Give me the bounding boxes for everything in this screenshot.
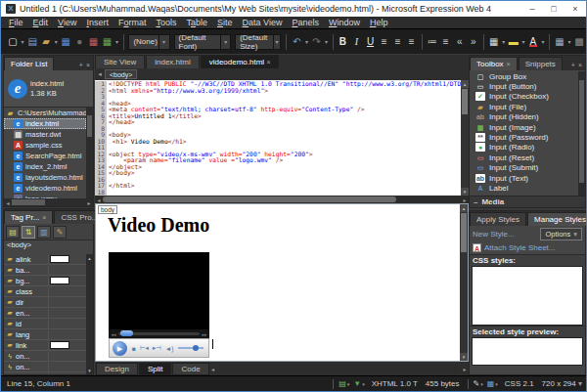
file-videodemo-html[interactable]: evideodemo.html [4,183,86,194]
menu-edit[interactable]: Edit [28,17,54,28]
table-icon[interactable]: ▦ [488,35,500,49]
pin-icon[interactable]: + [79,62,83,68]
code-errors-icon[interactable]: ✎ [474,379,480,388]
numbered-list-icon[interactable]: ≔ [427,35,438,49]
dropdown-icon[interactable]: ▾ [362,381,365,387]
toolbox-item-input-image[interactable]: ▦Input (Image) [470,122,578,132]
toolbox-item-input-password[interactable]: **Input (Password) [470,132,578,142]
bullet-list-icon[interactable]: ≡ [440,35,452,49]
attach-stylesheet-link[interactable]: Attach Style Sheet... [484,243,555,252]
code-hscrollbar[interactable]: ◂ ▸ [95,196,469,203]
panel-close-icon[interactable]: × [578,62,582,68]
toolbox-section-media[interactable]: – Media [470,196,585,207]
bold-icon[interactable]: B [337,35,348,49]
property-row-dir[interactable]: ▰dir [4,297,86,308]
align-right-icon[interactable]: ≡ [406,35,418,49]
publish-icon[interactable]: ▦ [87,35,99,49]
property-value[interactable] [49,286,86,296]
minimize-icon[interactable]: – [521,4,543,14]
tab-videodemo-html[interactable]: videodemo.html × [201,55,280,68]
play-button[interactable]: ▶ [113,341,127,356]
insert-picture-icon[interactable]: ▦ [101,35,113,49]
scroll-left-icon[interactable]: ◂ [4,199,12,206]
highlight-icon[interactable]: ▬ [508,35,519,49]
panel-close-icon[interactable]: × [86,62,90,68]
property-value[interactable] [49,351,86,361]
scroll-right-icon[interactable]: ▸ [461,366,469,372]
tab-manage-styles[interactable]: Manage Styles× [527,212,587,226]
file-sample-css[interactable]: Asample.css [4,140,86,151]
new-page-icon[interactable]: ▤ [26,35,38,49]
font-dropdown-arrow-icon[interactable]: ▾ [220,35,230,49]
open-folder-icon[interactable]: ▰ [40,35,52,49]
file-layoutsdemo-html[interactable]: elayoutsdemo.html [4,172,86,183]
scroll-right-icon[interactable]: ▸ [461,196,469,203]
italic-icon[interactable]: I [350,35,362,49]
toolbox-item-input-button[interactable]: ▭Input (Button) [470,81,578,91]
size-dropdown-arrow-icon[interactable]: ▾ [273,35,281,49]
undo-icon[interactable]: ↶ [291,35,302,49]
download-icon[interactable]: ▼ [353,379,361,388]
property-row-on[interactable]: ϟon... [4,372,86,374]
design-vscrollbar[interactable]: ▴ ▾ [460,204,468,361]
body-tag-chip[interactable]: body [98,205,117,214]
file-index_2-html[interactable]: eindex_2.html [4,161,86,172]
borders-icon[interactable]: ▦ [554,35,565,49]
toolbox-item-input-submit[interactable]: ▭Input (Submit) [470,163,578,173]
new-style-link[interactable]: New Style... [473,230,515,239]
scroll-left-icon[interactable]: ◂ [95,196,103,203]
menu-panels[interactable]: Panels [287,17,324,28]
save-icon[interactable]: ▦ [60,35,71,49]
property-value[interactable] [49,308,86,318]
menu-site[interactable]: Site [212,17,238,28]
dropdown-icon[interactable]: ▾ [480,381,483,387]
categorized-icon[interactable]: ▤ [6,226,20,239]
property-row-class[interactable]: ▰class [4,286,86,297]
file-index-html[interactable]: eindex.html [4,118,86,129]
menu-table[interactable]: Table [181,17,212,28]
style-dropdown[interactable]: (None) ▾ [128,34,169,50]
menu-view[interactable]: View [53,17,81,28]
menu-data-view[interactable]: Data View [238,17,288,28]
property-row-bg[interactable]: ▰bg... [4,276,86,286]
design-hscrollbar[interactable] [219,365,459,372]
property-row-on[interactable]: ϟon... [4,362,86,372]
maximize-icon[interactable]: □ [543,4,564,14]
toolbox-item-input-file[interactable]: ▰Input (File) [470,102,578,111]
publish-status-icon[interactable]: ▤ [339,379,346,388]
style-dropdown-arrow-icon[interactable]: ▾ [158,35,169,49]
new-document-icon[interactable]: ▢ [7,35,19,49]
insert-picture-dropdown-icon[interactable]: ▾ [114,38,120,45]
borders-dropdown-icon[interactable]: ▾ [566,38,572,45]
indent-icon[interactable]: » [468,35,479,49]
toolbox-item-input-hidden[interactable]: abInput (Hidden) [470,112,578,122]
code-vscrollbar[interactable]: ▴ ▾ [461,80,469,196]
menu-help[interactable]: Help [365,17,393,28]
redo-dropdown-icon[interactable]: ▾ [324,38,330,45]
css-schema-indicator[interactable]: CSS 2.1 [505,379,534,388]
code-view[interactable]: 1<!DOCTYPE html PUBLIC "-//W3C//DTD XHTM… [95,80,469,196]
folder-list-hscrollbar[interactable]: ◂ ▸ [4,198,93,206]
scroll-right-icon[interactable]: ▸ [85,199,93,206]
scroll-down-icon[interactable]: ▾ [86,367,93,374]
css-styles-list[interactable] [472,266,583,326]
tag-properties-vscrollbar[interactable]: ▴ ▾ [86,254,93,374]
tab-code-view[interactable]: Code [172,363,208,375]
property-value[interactable] [49,329,86,339]
align-center-icon[interactable]: ≡ [392,35,404,49]
section-toggle-icon[interactable]: – [474,197,477,206]
undo-dropdown-icon[interactable]: ▾ [303,38,309,45]
seek-bar[interactable]: ◂◂ ▸▸ [109,329,209,338]
toolbox-item-label[interactable]: ALabel [470,183,578,193]
property-value[interactable] [49,319,86,328]
volume-slider[interactable] [178,347,203,349]
open-dropdown-icon[interactable]: ▾ [53,38,59,45]
quick-tag-prev-icon[interactable]: ◂ [95,70,105,78]
close-icon[interactable]: × [564,4,586,14]
table-dropdown-icon[interactable]: ▾ [501,38,507,45]
scroll-up-icon[interactable]: ▴ [86,254,93,262]
property-row-on[interactable]: ϟon... [4,351,86,362]
volume-icon[interactable]: ◄) [165,345,174,352]
highlight-dropdown-icon[interactable]: ▾ [520,38,526,45]
font-color-dropdown-icon[interactable]: ▾ [540,38,546,45]
